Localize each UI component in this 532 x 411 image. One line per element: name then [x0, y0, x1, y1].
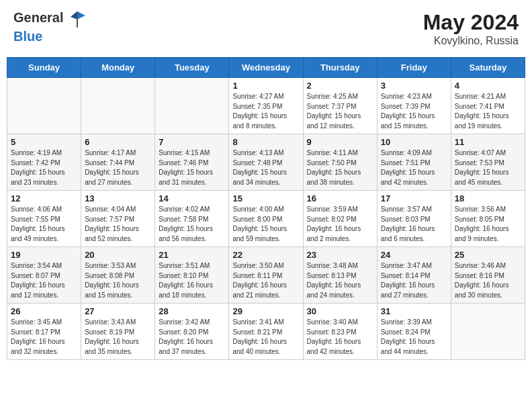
day-number: 3	[381, 81, 447, 91]
day-info: Sunrise: 3:39 AM Sunset: 8:24 PM Dayligh…	[381, 318, 447, 357]
day-number: 23	[307, 250, 373, 260]
day-number: 10	[381, 137, 447, 147]
day-info: Sunrise: 4:02 AM Sunset: 7:58 PM Dayligh…	[159, 205, 225, 244]
day-info: Sunrise: 4:15 AM Sunset: 7:46 PM Dayligh…	[159, 148, 225, 187]
day-info: Sunrise: 3:51 AM Sunset: 8:10 PM Dayligh…	[159, 261, 225, 300]
day-info: Sunrise: 3:40 AM Sunset: 8:23 PM Dayligh…	[307, 318, 373, 357]
logo-flag-icon	[68, 10, 87, 29]
calendar-cell: 15Sunrise: 4:00 AM Sunset: 8:00 PM Dayli…	[229, 191, 303, 247]
week-row-1: 1Sunrise: 4:27 AM Sunset: 7:35 PM Daylig…	[7, 78, 525, 134]
calendar-cell: 12Sunrise: 4:06 AM Sunset: 7:55 PM Dayli…	[7, 191, 81, 247]
page-header: General Blue May 2024 Kovylkino, Russia	[7, 7, 525, 50]
calendar-cell: 2Sunrise: 4:25 AM Sunset: 7:37 PM Daylig…	[303, 78, 377, 134]
day-number: 9	[307, 137, 373, 147]
day-number: 25	[455, 250, 521, 260]
day-info: Sunrise: 3:43 AM Sunset: 8:19 PM Dayligh…	[85, 318, 151, 357]
calendar-cell: 20Sunrise: 3:53 AM Sunset: 8:08 PM Dayli…	[81, 247, 155, 304]
calendar-cell: 21Sunrise: 3:51 AM Sunset: 8:10 PM Dayli…	[155, 247, 229, 304]
calendar-cell: 11Sunrise: 4:07 AM Sunset: 7:53 PM Dayli…	[451, 134, 525, 191]
svg-marker-1	[71, 11, 77, 19]
day-number: 8	[232, 137, 299, 147]
calendar-cell: 25Sunrise: 3:46 AM Sunset: 8:16 PM Dayli…	[451, 247, 525, 304]
calendar-cell	[451, 304, 525, 360]
day-info: Sunrise: 3:48 AM Sunset: 8:13 PM Dayligh…	[307, 261, 373, 300]
weekday-monday: Monday	[81, 58, 155, 78]
calendar-location: Kovylkino, Russia	[423, 35, 519, 47]
day-info: Sunrise: 4:07 AM Sunset: 7:53 PM Dayligh…	[455, 148, 521, 187]
calendar-cell: 6Sunrise: 4:17 AM Sunset: 7:44 PM Daylig…	[81, 134, 155, 191]
day-info: Sunrise: 3:47 AM Sunset: 8:14 PM Dayligh…	[381, 261, 447, 300]
calendar-cell: 26Sunrise: 3:45 AM Sunset: 8:17 PM Dayli…	[7, 304, 81, 360]
svg-marker-0	[77, 11, 85, 19]
day-number: 30	[307, 306, 373, 316]
day-info: Sunrise: 4:21 AM Sunset: 7:41 PM Dayligh…	[455, 92, 521, 131]
calendar-cell: 24Sunrise: 3:47 AM Sunset: 8:14 PM Dayli…	[377, 247, 451, 304]
weekday-saturday: Saturday	[451, 58, 525, 78]
calendar-table: SundayMondayTuesdayWednesdayThursdayFrid…	[7, 57, 525, 360]
day-number: 5	[11, 137, 77, 147]
calendar-cell: 28Sunrise: 3:42 AM Sunset: 8:20 PM Dayli…	[155, 304, 229, 360]
title-block: May 2024 Kovylkino, Russia	[423, 10, 519, 47]
day-info: Sunrise: 3:57 AM Sunset: 8:03 PM Dayligh…	[381, 205, 447, 244]
calendar-cell: 23Sunrise: 3:48 AM Sunset: 8:13 PM Dayli…	[303, 247, 377, 304]
day-info: Sunrise: 4:19 AM Sunset: 7:42 PM Dayligh…	[11, 148, 77, 187]
calendar-cell: 18Sunrise: 3:56 AM Sunset: 8:05 PM Dayli…	[451, 191, 525, 247]
day-number: 6	[85, 137, 151, 147]
day-number: 17	[381, 193, 447, 203]
day-number: 15	[232, 193, 299, 203]
day-info: Sunrise: 3:46 AM Sunset: 8:16 PM Dayligh…	[455, 261, 521, 300]
calendar-cell	[7, 78, 81, 134]
calendar-cell: 3Sunrise: 4:23 AM Sunset: 7:39 PM Daylig…	[377, 78, 451, 134]
day-info: Sunrise: 3:56 AM Sunset: 8:05 PM Dayligh…	[455, 205, 521, 244]
day-number: 13	[85, 193, 151, 203]
svg-rect-2	[77, 11, 78, 28]
day-info: Sunrise: 3:41 AM Sunset: 8:21 PM Dayligh…	[232, 318, 299, 357]
day-number: 4	[455, 81, 521, 91]
day-info: Sunrise: 4:25 AM Sunset: 7:37 PM Dayligh…	[307, 92, 373, 131]
calendar-cell: 14Sunrise: 4:02 AM Sunset: 7:58 PM Dayli…	[155, 191, 229, 247]
day-number: 27	[85, 306, 151, 316]
day-info: Sunrise: 3:59 AM Sunset: 8:02 PM Dayligh…	[307, 205, 373, 244]
day-info: Sunrise: 3:53 AM Sunset: 8:08 PM Dayligh…	[85, 261, 151, 300]
calendar-cell	[155, 78, 229, 134]
day-info: Sunrise: 3:50 AM Sunset: 8:11 PM Dayligh…	[232, 261, 299, 300]
day-number: 12	[11, 193, 77, 203]
day-info: Sunrise: 3:45 AM Sunset: 8:17 PM Dayligh…	[11, 318, 77, 357]
calendar-cell: 30Sunrise: 3:40 AM Sunset: 8:23 PM Dayli…	[303, 304, 377, 360]
day-number: 19	[11, 250, 77, 260]
calendar-body: 1Sunrise: 4:27 AM Sunset: 7:35 PM Daylig…	[7, 78, 525, 360]
calendar-cell: 22Sunrise: 3:50 AM Sunset: 8:11 PM Dayli…	[229, 247, 303, 304]
day-number: 24	[381, 250, 447, 260]
day-number: 31	[381, 306, 447, 316]
calendar-cell: 7Sunrise: 4:15 AM Sunset: 7:46 PM Daylig…	[155, 134, 229, 191]
day-info: Sunrise: 4:06 AM Sunset: 7:55 PM Dayligh…	[11, 205, 77, 244]
weekday-wednesday: Wednesday	[229, 58, 303, 78]
day-number: 11	[455, 137, 521, 147]
calendar-cell: 29Sunrise: 3:41 AM Sunset: 8:21 PM Dayli…	[229, 304, 303, 360]
day-number: 16	[307, 193, 373, 203]
day-number: 18	[455, 193, 521, 203]
day-info: Sunrise: 4:00 AM Sunset: 8:00 PM Dayligh…	[232, 205, 299, 244]
day-info: Sunrise: 4:09 AM Sunset: 7:51 PM Dayligh…	[381, 148, 447, 187]
calendar-cell: 16Sunrise: 3:59 AM Sunset: 8:02 PM Dayli…	[303, 191, 377, 247]
calendar-cell: 5Sunrise: 4:19 AM Sunset: 7:42 PM Daylig…	[7, 134, 81, 191]
calendar-cell: 17Sunrise: 3:57 AM Sunset: 8:03 PM Dayli…	[377, 191, 451, 247]
day-info: Sunrise: 3:42 AM Sunset: 8:20 PM Dayligh…	[159, 318, 225, 357]
day-info: Sunrise: 4:04 AM Sunset: 7:57 PM Dayligh…	[85, 205, 151, 244]
calendar-title: May 2024	[423, 10, 519, 35]
day-info: Sunrise: 4:27 AM Sunset: 7:35 PM Dayligh…	[232, 92, 299, 131]
day-number: 14	[159, 193, 225, 203]
week-row-4: 19Sunrise: 3:54 AM Sunset: 8:07 PM Dayli…	[7, 247, 525, 304]
day-number: 20	[85, 250, 151, 260]
weekday-tuesday: Tuesday	[155, 58, 229, 78]
day-info: Sunrise: 3:54 AM Sunset: 8:07 PM Dayligh…	[11, 261, 77, 300]
day-info: Sunrise: 4:23 AM Sunset: 7:39 PM Dayligh…	[381, 92, 447, 131]
calendar-cell: 1Sunrise: 4:27 AM Sunset: 7:35 PM Daylig…	[229, 78, 303, 134]
week-row-2: 5Sunrise: 4:19 AM Sunset: 7:42 PM Daylig…	[7, 134, 525, 191]
week-row-3: 12Sunrise: 4:06 AM Sunset: 7:55 PM Dayli…	[7, 191, 525, 247]
weekday-sunday: Sunday	[7, 58, 81, 78]
day-number: 2	[307, 81, 373, 91]
day-info: Sunrise: 4:11 AM Sunset: 7:50 PM Dayligh…	[307, 148, 373, 187]
day-number: 21	[159, 250, 225, 260]
calendar-cell: 31Sunrise: 3:39 AM Sunset: 8:24 PM Dayli…	[377, 304, 451, 360]
